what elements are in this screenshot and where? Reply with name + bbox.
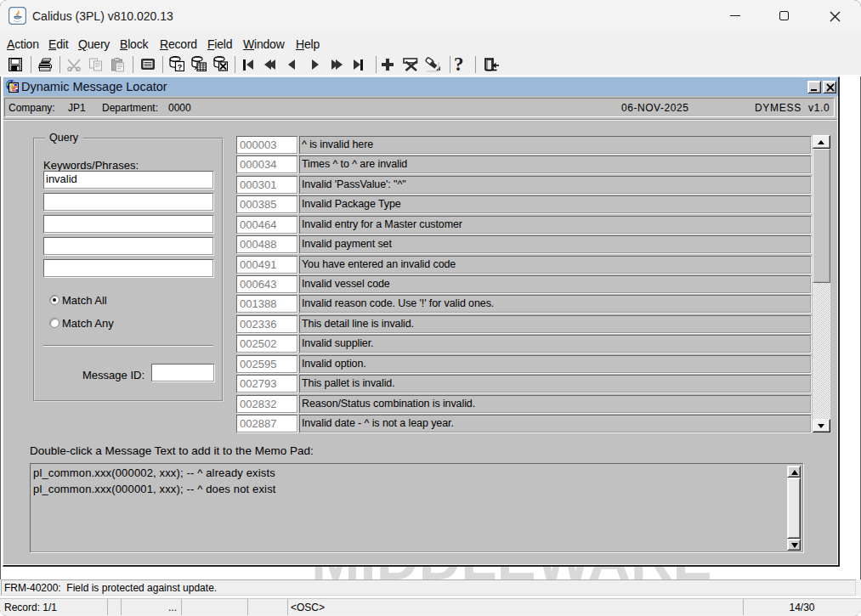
svg-text:?: ?	[178, 63, 183, 71]
